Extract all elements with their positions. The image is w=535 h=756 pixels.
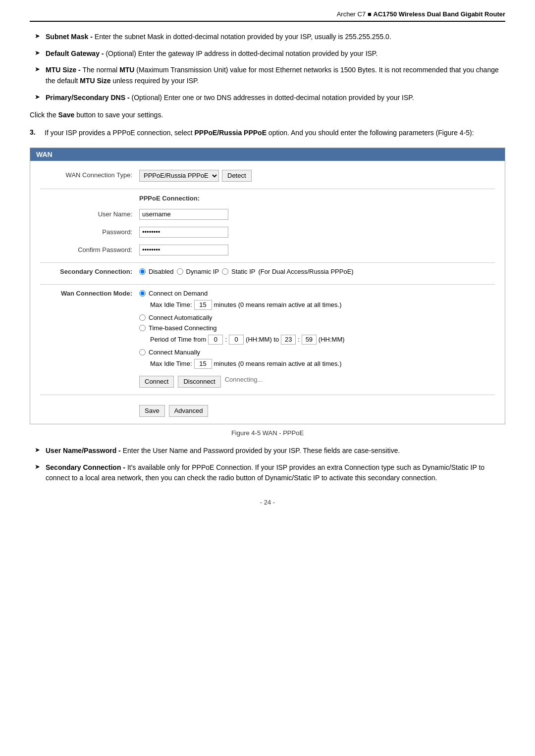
- pppoe-connection-row: PPPoE Connection:: [40, 194, 495, 202]
- bullet-arrow-3: ➤: [35, 65, 41, 73]
- secondary-note: (For Dual Access/Russia PPPoE): [258, 268, 353, 275]
- subnet-term: Subnet Mask -: [46, 33, 93, 41]
- wan-box: WAN WAN Connection Type: PPPoE/Russia PP…: [30, 148, 505, 424]
- wan-connection-mode-row: Wan Connection Mode: Connect on Demand M…: [40, 290, 495, 388]
- click-save-post: button to save your settings.: [76, 111, 163, 119]
- secondary-dynamic-radio[interactable]: [177, 268, 183, 275]
- bullet-arrow-6: ➤: [35, 463, 41, 470]
- secondary-static-radio[interactable]: [222, 268, 228, 275]
- gateway-term: Default Gateway -: [46, 50, 104, 57]
- numbered-item-3: 3. If your ISP provides a PPPoE connecti…: [30, 128, 505, 139]
- product-title: AC1750 Wireless Dual Band Gigabit Router: [374, 10, 505, 18]
- item-number: 3.: [30, 128, 45, 136]
- connecting-text: Connecting...: [225, 376, 263, 388]
- mtu-text3: unless required by your ISP.: [112, 77, 199, 85]
- header-bar: Archer C7 ■ AC1750 Wireless Dual Band Gi…: [30, 10, 505, 22]
- secondary-disabled-label: Disabled: [149, 268, 174, 275]
- username-password-text: Enter the User Name and Password provide…: [123, 447, 400, 454]
- save-button[interactable]: Save: [139, 405, 165, 417]
- password-field[interactable]: [139, 227, 495, 238]
- connect-button[interactable]: Connect: [139, 376, 174, 388]
- period-hhmm2-label: (HH:MM): [319, 336, 345, 343]
- wan-box-header: WAN: [30, 148, 505, 161]
- click-save-bold: Save: [58, 111, 75, 119]
- max-idle-label2: Max Idle Time:: [150, 360, 192, 367]
- max-idle-text2: minutes (0 means remain active at all ti…: [214, 360, 342, 367]
- secondary-static-label: Static IP: [231, 268, 255, 275]
- wan-connection-type-row: WAN Connection Type: PPPoE/Russia PPPoE …: [40, 170, 495, 182]
- list-item-secondary-connection: ➤ Secondary Connection - It's available …: [30, 462, 505, 484]
- mtu-bold1: MTU: [119, 66, 134, 74]
- secondary-connection-row: Secondary Connection: Disabled Dynamic I…: [40, 268, 495, 277]
- mode-time-based-row: Time-based Connecting: [139, 324, 495, 332]
- page-number: - 24 -: [30, 499, 505, 506]
- item-text: If your ISP provides a PPPoE connection,…: [45, 128, 474, 139]
- advanced-button[interactable]: Advanced: [169, 405, 209, 417]
- period-to-h-input[interactable]: [281, 335, 296, 345]
- period-from-h-input[interactable]: [208, 335, 223, 345]
- mode-connect-manually-radio[interactable]: [139, 349, 146, 355]
- mode-connect-manually-label: Connect Manually: [149, 349, 200, 356]
- confirm-password-row: Confirm Password:: [40, 245, 495, 255]
- detect-button[interactable]: Detect: [222, 170, 252, 182]
- pppoe-header-text: PPPoE Connection:: [139, 195, 200, 204]
- gateway-text: (Optional) Enter the gateway IP address …: [106, 50, 377, 57]
- period-colon1: :: [225, 336, 227, 343]
- secondary-connection-field: Disabled Dynamic IP Static IP (For Dual …: [139, 268, 495, 277]
- period-to-m-input[interactable]: [302, 335, 317, 345]
- wan-connection-mode-field: Connect on Demand Max Idle Time: minutes…: [139, 290, 495, 388]
- mode-connect-demand-row: Connect on Demand: [139, 290, 495, 297]
- wan-connection-mode-label: Wan Connection Mode:: [40, 290, 139, 297]
- list-item-dns: ➤ Primary/Secondary DNS - (Optional) Ent…: [30, 93, 505, 103]
- mode-connect-auto-label: Connect Automatically: [149, 314, 213, 321]
- mode-connect-demand-radio[interactable]: [139, 290, 146, 297]
- mode-time-based-radio[interactable]: [139, 325, 146, 331]
- mode-max-idle-row1: Max Idle Time: minutes (0 means remain a…: [139, 300, 495, 310]
- bullet-list-bottom: ➤ User Name/Password - Enter the User Na…: [30, 446, 505, 484]
- user-name-label: User Name:: [40, 209, 139, 218]
- mode-connect-manually-row: Connect Manually: [139, 349, 495, 356]
- item-term: PPPoE/Russia PPPoE: [194, 129, 267, 137]
- confirm-password-label: Confirm Password:: [40, 245, 139, 253]
- dns-text: (Optional) Enter one or two DNS addresse…: [132, 94, 414, 101]
- mode-connect-auto-row: Connect Automatically: [139, 314, 495, 321]
- period-colon2: :: [298, 336, 300, 343]
- wan-connection-type-select[interactable]: PPPoE/Russia PPPoE: [139, 170, 219, 182]
- list-item-username-password: ➤ User Name/Password - Enter the User Na…: [30, 446, 505, 456]
- password-label: Password:: [40, 227, 139, 236]
- product-name: Archer C7: [337, 10, 366, 18]
- list-item-gateway: ➤ Default Gateway - (Optional) Enter the…: [30, 49, 505, 59]
- mode-connect-auto-radio[interactable]: [139, 314, 146, 321]
- confirm-password-input[interactable]: [139, 245, 228, 255]
- mtu-text1: The normal: [82, 66, 119, 74]
- max-idle-input2[interactable]: [194, 359, 212, 369]
- period-row: Period of Time from : (HH:MM) to : (HH:M…: [139, 335, 495, 345]
- user-name-field[interactable]: [139, 209, 495, 220]
- bullet-arrow-4: ➤: [35, 93, 41, 101]
- period-hhmm1-label: (HH:MM) to: [246, 336, 279, 343]
- secondary-connection-label: Secondary Connection:: [40, 268, 139, 275]
- mtu-term: MTU Size -: [46, 66, 81, 74]
- password-input[interactable]: [139, 227, 228, 238]
- wan-header-label: WAN: [36, 151, 53, 158]
- period-from-m-input[interactable]: [229, 335, 244, 345]
- secondary-dynamic-label: Dynamic IP: [186, 268, 219, 275]
- secondary-disabled-radio[interactable]: [139, 268, 146, 275]
- bullet-arrow: ➤: [35, 32, 41, 40]
- item-pre: If your ISP provides a PPPoE connection,…: [45, 129, 194, 137]
- user-name-input[interactable]: [139, 209, 228, 220]
- list-item-mtu: ➤ MTU Size - The normal MTU (Maximum Tra…: [30, 65, 505, 86]
- dns-term: Primary/Secondary DNS -: [46, 94, 130, 101]
- mtu-bold2: MTU Size: [80, 77, 110, 85]
- confirm-password-field[interactable]: [139, 245, 495, 255]
- max-idle-input1[interactable]: [194, 300, 212, 310]
- connect-buttons-row: Connect Disconnect Connecting...: [139, 376, 495, 388]
- user-name-row: User Name:: [40, 209, 495, 220]
- disconnect-button[interactable]: Disconnect: [178, 376, 220, 388]
- bullet-arrow-5: ➤: [35, 446, 41, 454]
- save-advanced-row: Save Advanced: [40, 400, 495, 417]
- mode-connect-demand-label: Connect on Demand: [149, 290, 208, 297]
- click-save-paragraph: Click the Save button to save your setti…: [30, 110, 505, 121]
- max-idle-label1: Max Idle Time:: [150, 301, 192, 308]
- bullet-arrow-2: ➤: [35, 49, 41, 56]
